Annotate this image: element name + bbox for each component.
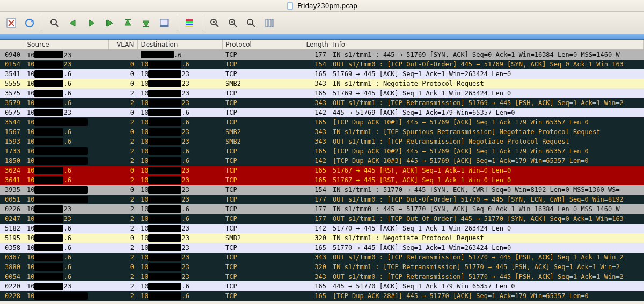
cell-no: 0054: [0, 272, 24, 281]
redaction-block: [148, 109, 181, 116]
packet-row[interactable]: 00511021023TCP177OUT s1/tmm0 : [TCP Out-…: [0, 195, 644, 204]
packet-row[interactable]: 02471023210.6TCP177OUT s1/tmm1 : [TCP Ou…: [0, 214, 644, 224]
src-suffix: .6: [63, 99, 71, 107]
cell-protocol: TCP: [222, 88, 303, 98]
cell-destination: 1023: [137, 233, 222, 243]
window-title: Friday230pm.pcap: [297, 2, 357, 10]
packet-row[interactable]: 354410210.6TCP165[TCP Dup ACK 10#1] 445 …: [0, 117, 644, 127]
packet-row[interactable]: 364110.621023TCP16551767 → 445 [RST, ACK…: [0, 175, 644, 185]
src-prefix: 10: [27, 99, 34, 107]
go-forward-button[interactable]: [83, 15, 99, 31]
cell-no: 0220: [0, 281, 24, 291]
cell-length: 165: [303, 243, 330, 253]
packet-row[interactable]: 01541023010.6TCP154OUT s1/tmm0 : [TCP Ou…: [0, 60, 644, 69]
packet-row[interactable]: 02201023210.6TCP165445 → 51770 [ACK] Seq…: [0, 281, 644, 291]
column-header-row[interactable]: Source VLAN Destination Protocol Length …: [0, 40, 644, 50]
src-prefix: 10: [27, 215, 34, 223]
packet-row[interactable]: 357910.621023TCP343OUT s1/tmm1 : [TCP Re…: [0, 98, 644, 108]
packet-row[interactable]: 005410.621023TCP343OUT s1/tmm0 : [TCP Re…: [0, 272, 644, 281]
cell-no: 3544: [0, 117, 24, 127]
cell-destination: 10.6: [137, 108, 222, 117]
column-header-vlan[interactable]: VLAN: [108, 40, 137, 50]
cell-destination: .6: [137, 50, 222, 60]
packet-row[interactable]: 09401023.6TCP177IN s1/tmm1 : 445 → 51769…: [0, 50, 644, 60]
src-prefix: 10: [27, 51, 34, 58]
redaction-block: [34, 225, 63, 232]
cell-source: 1023: [24, 108, 108, 117]
find-packet-button[interactable]: [47, 15, 63, 31]
src-suffix: .6: [63, 90, 71, 97]
cell-destination: 1023: [137, 175, 222, 185]
column-header-destination[interactable]: Destination: [137, 40, 222, 50]
packet-row[interactable]: 185010210.6TCP142[TCP Dup ACK 10#3] 445 …: [0, 156, 644, 166]
cell-destination: 1023: [137, 272, 222, 281]
cell-no: 3579: [0, 98, 24, 108]
cell-length: 177: [303, 214, 330, 224]
redaction-block: [148, 167, 181, 174]
packet-row[interactable]: 354110.601023TCP16551769 → 445 [ACK] Seq…: [0, 69, 644, 79]
go-to-last-button[interactable]: [138, 15, 154, 31]
display-filter-bar[interactable]: [0, 34, 644, 40]
dst-prefix: 10: [141, 196, 148, 203]
redaction-block: [148, 80, 181, 87]
go-to-first-button[interactable]: [120, 15, 136, 31]
auto-scroll-button[interactable]: [156, 15, 172, 31]
reload-capture-button[interactable]: [21, 15, 38, 31]
resize-columns-button[interactable]: [261, 15, 277, 31]
packet-row[interactable]: 022810210.6TCP165[TCP Dup ACK 28#1] 445 …: [0, 291, 644, 301]
redaction-block: [148, 263, 181, 271]
cell-length: 320: [303, 262, 330, 272]
dst-suffix: 23: [181, 80, 189, 87]
packet-row[interactable]: 518210.621023TCP14251770 → 445 [ACK] Seq…: [0, 224, 644, 233]
packet-row[interactable]: 05751023010.6TCP142445 → 51769 [ACK] Seq…: [0, 108, 644, 117]
redaction-block: [148, 283, 181, 290]
column-header-no[interactable]: [0, 40, 24, 50]
packet-row[interactable]: 519510.601023SMB2320IN s1/tmm1 : Negotia…: [0, 233, 644, 243]
src-prefix: 10: [27, 244, 34, 251]
packet-row[interactable]: 39351001023TCP154IN s1/tmm1 : 51770 → 44…: [0, 185, 644, 195]
packet-row[interactable]: 036710.621023TCP343OUT s1/tmm0 : [TCP Re…: [0, 253, 644, 262]
packet-list-table[interactable]: Source VLAN Destination Protocol Length …: [0, 40, 644, 301]
cell-protocol: TCP: [222, 253, 303, 262]
redaction-block: [34, 283, 63, 290]
packet-row[interactable]: 156710.601023SMB2343IN s1/tmm1 : [TCP Sp…: [0, 127, 644, 137]
cell-source: 1023: [24, 60, 108, 69]
src-prefix: 10: [27, 138, 34, 145]
close-capture-button[interactable]: [3, 15, 19, 31]
redaction-block: [34, 205, 63, 213]
svg-rect-1: [288, 4, 290, 4]
dst-prefix: 10: [141, 118, 148, 126]
packet-row[interactable]: 02261023210.6TCP177IN s1/tmm0 : 445 → 51…: [0, 204, 644, 214]
svg-marker-12: [89, 20, 94, 26]
column-header-source[interactable]: Source: [24, 40, 108, 50]
zoom-in-button[interactable]: [207, 15, 223, 31]
colorize-button[interactable]: [181, 15, 197, 31]
cell-vlan: 2: [108, 243, 137, 253]
packet-row[interactable]: 357510.621023TCP16551769 → 445 [ACK] Seq…: [0, 88, 644, 98]
cell-protocol: TCP: [222, 243, 303, 253]
redaction-block: [148, 186, 181, 194]
column-header-protocol[interactable]: Protocol: [222, 40, 303, 50]
jump-to-packet-button[interactable]: [101, 15, 118, 31]
column-header-length[interactable]: Length: [303, 40, 330, 50]
cell-protocol: TCP: [222, 166, 303, 175]
packet-row[interactable]: 159310.621023SMB2343OUT s1/tmm1 : [TCP R…: [0, 137, 644, 146]
dst-suffix: 23: [181, 167, 189, 174]
cell-no: 3541: [0, 69, 24, 79]
redaction-block: [34, 51, 63, 58]
src-suffix: .6: [63, 176, 71, 184]
dst-suffix: 23: [181, 273, 189, 280]
dst-prefix: 10: [141, 99, 148, 107]
zoom-reset-button[interactable]: 1: [243, 15, 259, 31]
packet-row[interactable]: 035810.621023TCP16551770 → 445 [ACK] Seq…: [0, 243, 644, 253]
go-back-button[interactable]: [65, 15, 81, 31]
packet-row[interactable]: 362410.601023TCP16551767 → 445 [RST, ACK…: [0, 166, 644, 175]
packet-row[interactable]: 173310210.6TCP165[TCP Dup ACK 10#2] 445 …: [0, 146, 644, 156]
zoom-out-button[interactable]: [225, 15, 241, 31]
packet-row[interactable]: 555510.601023SMB2343IN s1/tmm1 : Negotia…: [0, 79, 644, 88]
cell-no: 0051: [0, 195, 24, 204]
column-header-info[interactable]: Info: [330, 40, 644, 50]
cell-source: 10.6: [24, 79, 108, 88]
packet-row[interactable]: 388010.601023TCP320IN s1/tmm1 : [TCP Ret…: [0, 262, 644, 272]
dst-prefix: 10: [141, 186, 148, 194]
